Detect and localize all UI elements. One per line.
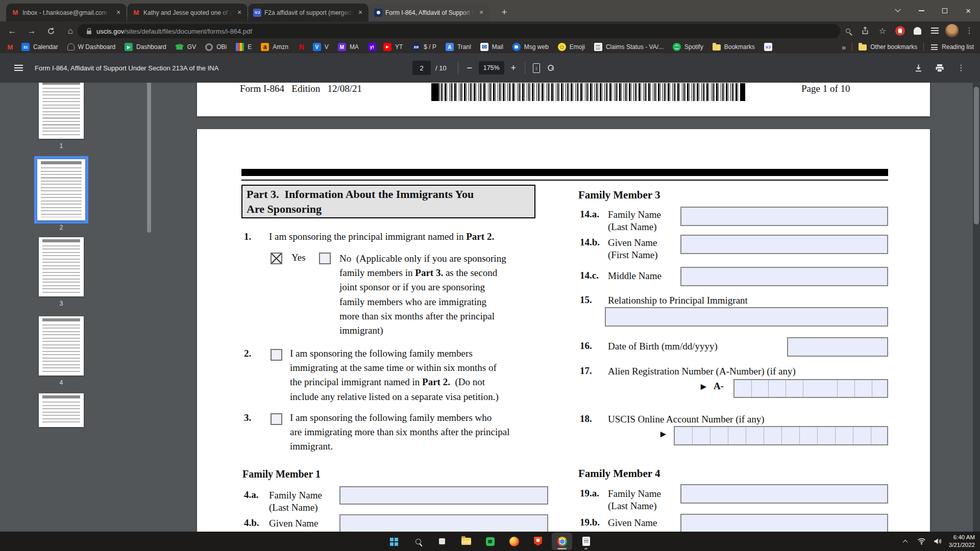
- bookmark-item[interactable]: Msg web: [512, 43, 549, 51]
- q1-checkbox-no[interactable]: [319, 253, 331, 264]
- tray-chevron-up-icon[interactable]: [900, 536, 911, 547]
- taskbar-item[interactable]: [552, 533, 572, 550]
- bookmark-item[interactable]: V: [313, 43, 329, 51]
- pdf-thumbnail[interactable]: [39, 393, 84, 427]
- bookmark-item[interactable]: Emoji: [558, 43, 585, 51]
- bookmark-item[interactable]: Tranl: [446, 43, 471, 51]
- minimize-button[interactable]: [910, 0, 933, 21]
- pdf-thumbnail[interactable]: 3: [39, 237, 84, 296]
- new-tab-button[interactable]: +: [498, 6, 511, 19]
- fm4-family-name-field[interactable]: [680, 484, 888, 504]
- print-button[interactable]: [933, 61, 946, 74]
- q1-checkbox-yes[interactable]: [271, 253, 282, 264]
- address-bar[interactable]: uscis.gov/sites/default/files/document/f…: [78, 24, 840, 38]
- taskbar-item[interactable]: [504, 533, 524, 550]
- share-icon[interactable]: [857, 23, 873, 38]
- q15-relationship-field[interactable]: [605, 307, 888, 327]
- bookmark-star-icon[interactable]: ☆: [875, 23, 890, 38]
- bookmark-item[interactable]: $ / P: [412, 43, 436, 51]
- bookmark-item[interactable]: YT: [383, 43, 403, 51]
- bookmark-item[interactable]: Amzn: [261, 43, 288, 51]
- fm3-family-name-field[interactable]: [680, 207, 888, 226]
- bookmark-item[interactable]: Bookmarks: [713, 43, 755, 51]
- browser-menu-icon[interactable]: ⋮: [962, 23, 977, 38]
- tab-close-icon[interactable]: ×: [477, 9, 485, 17]
- q2-checkbox[interactable]: [271, 349, 282, 361]
- taskbar-item[interactable]: [408, 533, 428, 550]
- bookmark-item[interactable]: [298, 43, 306, 51]
- fit-page-button[interactable]: ↕: [529, 61, 544, 75]
- wifi-icon[interactable]: [916, 536, 927, 547]
- q18-uscis-account-field[interactable]: [674, 426, 888, 445]
- bookmark-item[interactable]: MA: [338, 43, 359, 51]
- yahoo-icon: [368, 43, 376, 51]
- extension-icon[interactable]: [910, 23, 925, 38]
- profile-avatar[interactable]: [944, 23, 960, 38]
- bookmark-item[interactable]: [6, 43, 14, 51]
- back-button[interactable]: ←: [4, 23, 20, 39]
- tab-close-icon[interactable]: ×: [114, 9, 122, 17]
- pdf-more-options-icon[interactable]: ⋮: [954, 61, 968, 74]
- bookmark-item[interactable]: OBi: [205, 43, 227, 51]
- taskbar-item[interactable]: [456, 533, 476, 550]
- close-button[interactable]: ×: [957, 0, 980, 21]
- rotate-button[interactable]: [544, 61, 558, 75]
- taskbar-item[interactable]: [480, 533, 500, 550]
- home-button[interactable]: ⌂: [62, 23, 79, 39]
- bookmark-item[interactable]: Claims Status - VA/...: [594, 43, 664, 51]
- browser-tab[interactable]: F2a affidavit of support (merged) ×: [248, 4, 369, 21]
- bookmarks-overflow-icon[interactable]: »: [842, 43, 846, 52]
- clock[interactable]: 6:40 AM 3/21/2022: [949, 534, 975, 549]
- q3-checkbox[interactable]: [271, 413, 282, 425]
- zoom-level-select[interactable]: 175%: [479, 61, 504, 74]
- zoom-in-button[interactable]: +: [506, 61, 521, 75]
- bookmark-item[interactable]: W Dashboard: [67, 43, 115, 51]
- bookmark-item[interactable]: Calendar: [21, 43, 58, 51]
- bookmark-item[interactable]: Dashboard: [125, 43, 166, 51]
- q1-yes-label: Yes: [291, 252, 306, 263]
- reading-list-button[interactable]: Reading list: [930, 43, 974, 51]
- browser-tab[interactable]: Form I-864, Affidavit of Support U ×: [369, 4, 489, 21]
- zoom-out-button[interactable]: −: [462, 61, 477, 75]
- pdf-thumbnail[interactable]: 1: [39, 83, 84, 139]
- fm3-given-name-field[interactable]: [680, 235, 888, 254]
- tab-close-icon[interactable]: ×: [356, 9, 364, 17]
- page-number-input[interactable]: 2: [412, 61, 431, 75]
- fm1-given-name-field[interactable]: [339, 514, 548, 532]
- main-scrollbar[interactable]: [973, 83, 980, 532]
- volume-icon[interactable]: [933, 536, 944, 547]
- taskbar-item[interactable]: [384, 533, 404, 550]
- browser-tab[interactable]: Kathy and Jesse quoted one of y ×: [127, 4, 248, 21]
- fm3-middle-name-field[interactable]: [680, 267, 888, 286]
- tab-close-icon[interactable]: ×: [235, 9, 243, 17]
- other-bookmarks-button[interactable]: Other bookmarks: [859, 43, 917, 51]
- zoom-indicator-icon[interactable]: [840, 23, 855, 38]
- taskbar-item[interactable]: [432, 533, 452, 550]
- bookmark-item[interactable]: GV: [176, 43, 196, 51]
- sidebar-scrollbar[interactable]: [147, 83, 151, 233]
- q17-a-number-field[interactable]: [733, 379, 888, 398]
- list-extension-icon[interactable]: [927, 23, 942, 38]
- taskbar-item[interactable]: [576, 533, 596, 550]
- browser-tab[interactable]: Inbox - t.hankoase@gmail.com - ×: [6, 4, 127, 21]
- bookmark-item[interactable]: [368, 43, 376, 51]
- maximize-button[interactable]: [933, 0, 957, 21]
- fm4-given-name-field[interactable]: [680, 514, 888, 532]
- adblock-extension-icon[interactable]: [892, 23, 908, 38]
- netflix-icon: [298, 43, 306, 51]
- forward-button[interactable]: →: [23, 23, 40, 39]
- taskbar-item[interactable]: [528, 533, 548, 550]
- reload-button[interactable]: [43, 23, 59, 39]
- pdf-menu-icon[interactable]: [14, 65, 23, 71]
- bookmark-item[interactable]: [764, 43, 772, 51]
- fm1-family-name-field[interactable]: [339, 486, 548, 505]
- tab-search-icon[interactable]: [886, 0, 910, 21]
- pdf-thumbnail[interactable]: 4: [39, 316, 84, 375]
- bookmark-item[interactable]: Mail: [480, 43, 503, 51]
- lock-icon[interactable]: [87, 31, 91, 34]
- bookmark-item[interactable]: E: [236, 43, 252, 51]
- download-button[interactable]: [912, 61, 925, 74]
- q16-date-of-birth-field[interactable]: [787, 337, 888, 357]
- pdf-thumbnail[interactable]: 2: [34, 156, 88, 223]
- bookmark-item[interactable]: Spotify: [673, 43, 703, 51]
